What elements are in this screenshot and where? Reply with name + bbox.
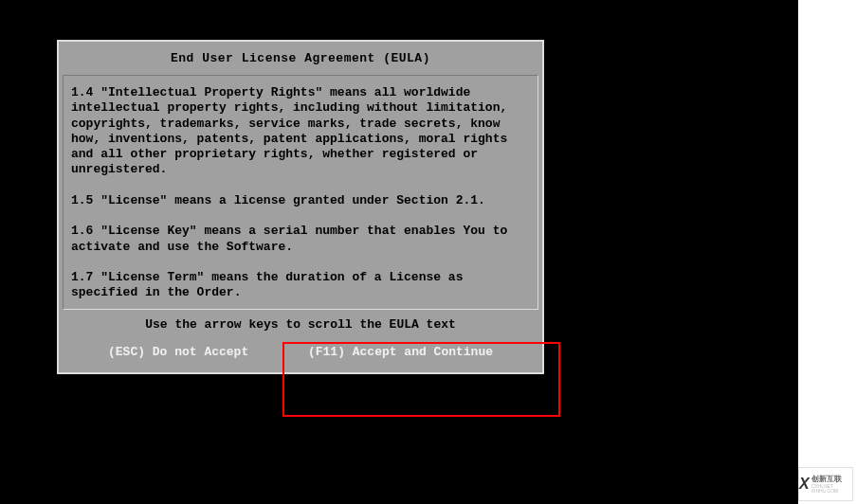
terminal-screen: End User License Agreement (EULA) 1.4 "I… [0, 0, 798, 504]
watermark: X 创新互联 CXHLNET XINHU.COM [798, 467, 853, 501]
button-bar: (ESC) Do not Accept (F11) Accept and Con… [63, 341, 538, 369]
watermark-brand: 创新互联 [811, 476, 852, 483]
watermark-logo-icon: X [799, 477, 810, 492]
accept-button[interactable]: (F11) Accept and Continue [308, 345, 493, 359]
eula-dialog: End User License Agreement (EULA) 1.4 "I… [57, 40, 544, 374]
scroll-hint: Use the arrow keys to scroll the EULA te… [63, 310, 538, 341]
cancel-button[interactable]: (ESC) Do not Accept [108, 345, 248, 359]
dialog-title: End User License Agreement (EULA) [63, 45, 538, 75]
eula-text-area[interactable]: 1.4 "Intellectual Property Rights" means… [63, 75, 538, 310]
watermark-sub: CXHLNET XINHU.COM [811, 484, 852, 494]
